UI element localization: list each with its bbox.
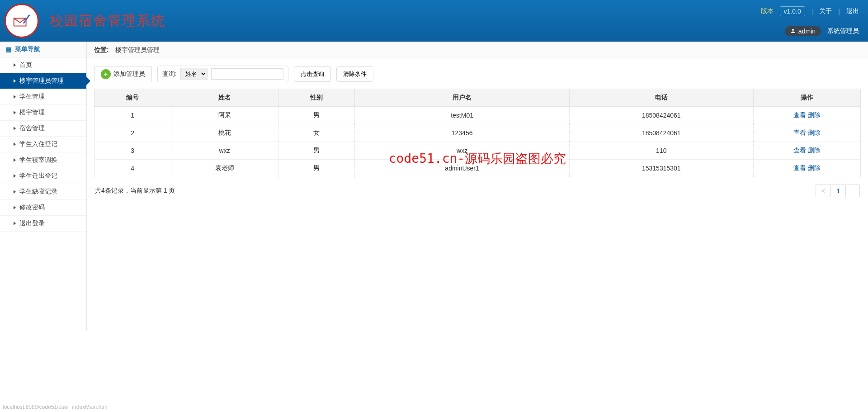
cell-gender: 男 [278,160,355,177]
version-label: 版本 [761,7,774,15]
delete-link[interactable]: 删除 [808,147,821,154]
view-link[interactable]: 查看 [793,164,806,171]
cell-gender: 女 [278,124,355,142]
sidebar-item-label: 学生缺寝记录 [19,188,57,196]
cell-name: 袁老师 [171,160,278,177]
about-link[interactable]: 关于 [819,7,832,15]
table-row: 2桃花女12345618508424061查看 删除 [94,124,861,142]
sidebar-item-7[interactable]: 学生迁出登记 [0,168,86,184]
delete-link[interactable]: 删除 [808,164,821,171]
breadcrumb: 位置: 楼宇管理员管理 [87,42,868,59]
caret-icon [14,142,16,146]
search-button[interactable]: 点击查询 [294,66,331,82]
delete-link[interactable]: 删除 [808,129,821,136]
cell-phone: 15315315301 [569,160,753,177]
cell-username: 123456 [355,124,570,142]
search-label: 查询: [162,70,177,78]
view-link[interactable]: 查看 [793,111,806,118]
sidebar-item-8[interactable]: 学生缺寝记录 [0,184,86,200]
col-header: 电话 [569,89,753,107]
user-role: 系统管理员 [827,27,859,35]
cell-phone: 110 [569,142,753,160]
caret-icon [14,79,16,83]
col-header: 编号 [94,89,171,107]
add-admin-button[interactable]: + 添加管理员 [94,66,152,82]
cell-ops: 查看 删除 [753,142,860,160]
sidebar-item-label: 宿舍管理 [19,124,45,133]
clear-button[interactable]: 清除条件 [336,66,373,82]
pagination: < 1 [816,185,860,197]
page-prev[interactable]: < [816,185,831,197]
user-pill[interactable]: admin [785,26,821,36]
caret-icon [14,158,16,162]
sidebar-item-label: 首页 [19,61,32,69]
sidebar-item-label: 修改密码 [19,204,45,212]
search-input[interactable] [211,68,283,80]
logout-link[interactable]: 退出 [846,7,859,15]
sidebar-item-label: 学生管理 [19,93,45,101]
version-number: v1.0.0 [780,6,805,16]
sidebar-item-5[interactable]: 学生入住登记 [0,137,86,152]
sidebar-item-0[interactable]: 首页 [0,57,86,73]
menu-icon: ▤ [5,46,11,53]
caret-icon [14,127,16,130]
cell-id: 1 [94,107,171,124]
main-content: 位置: 楼宇管理员管理 + 添加管理员 查询: 姓名 点击查询 清除条件 编号姓… [87,42,868,331]
search-field-select[interactable]: 姓名 [180,68,208,80]
cell-phone: 18508424061 [569,107,753,124]
cell-username: adminUser1 [355,160,570,177]
sidebar-item-2[interactable]: 学生管理 [0,89,86,105]
caret-icon [14,206,16,209]
page-next[interactable] [845,185,860,197]
cell-phone: 18508424061 [569,124,753,142]
toolbar: + 添加管理员 查询: 姓名 点击查询 清除条件 [87,59,868,89]
cell-name: wxz [171,142,278,160]
sidebar-item-9[interactable]: 修改密码 [0,200,86,216]
cell-ops: 查看 删除 [753,107,860,124]
breadcrumb-label: 位置: [94,46,109,54]
sidebar-item-label: 楼宇管理员管理 [19,77,64,85]
col-header: 用户名 [355,89,570,107]
cell-name: 桃花 [171,124,278,142]
sidebar-item-6[interactable]: 学生寝室调换 [0,152,86,168]
user-icon [790,28,796,35]
search-group: 查询: 姓名 [157,66,288,82]
caret-icon [14,111,16,114]
col-header: 操作 [753,89,860,107]
plus-icon: + [101,69,111,79]
cell-id: 3 [94,142,171,160]
delete-link[interactable]: 删除 [808,111,821,118]
caret-icon [14,174,16,178]
view-link[interactable]: 查看 [793,129,806,136]
sidebar-title: ▤ 菜单导航 [0,42,86,57]
col-header: 姓名 [171,89,278,107]
sidebar-item-10[interactable]: 退出登录 [0,216,86,232]
page-1[interactable]: 1 [830,185,846,197]
header-top-links: 版本 v1.0.0 | 关于 | 退出 [761,6,859,16]
caret-icon [14,63,16,67]
cell-ops: 查看 删除 [753,124,860,142]
username: admin [798,28,816,35]
sidebar-item-3[interactable]: 楼宇管理 [0,105,86,121]
admin-table: 编号姓名性别用户名电话操作 1阿呆男testM0118508424061查看 删… [94,89,861,177]
sidebar-item-4[interactable]: 宿舍管理 [0,121,86,137]
cell-ops: 查看 删除 [753,160,860,177]
sidebar-item-label: 学生迁出登记 [19,172,57,180]
view-link[interactable]: 查看 [793,147,806,154]
cell-gender: 男 [278,107,355,124]
cell-username: testM01 [355,107,570,124]
caret-icon [14,190,16,194]
cell-gender: 男 [278,142,355,160]
app-header: 校园宿舍管理系统 版本 v1.0.0 | 关于 | 退出 admin 系统管理员 [0,0,868,42]
cell-id: 4 [94,160,171,177]
breadcrumb-current: 楼宇管理员管理 [115,46,160,54]
col-header: 性别 [278,89,355,107]
envelope-pen-icon [11,10,32,31]
header-user-info: admin 系统管理员 [785,26,859,36]
cell-username: wxz [355,142,570,160]
cell-name: 阿呆 [171,107,278,124]
sidebar-item-label: 学生入住登记 [19,140,57,148]
table-row: 3wxz男wxz110查看 删除 [94,142,861,160]
caret-icon [14,222,16,225]
sidebar-item-1[interactable]: 楼宇管理员管理 [0,73,86,89]
